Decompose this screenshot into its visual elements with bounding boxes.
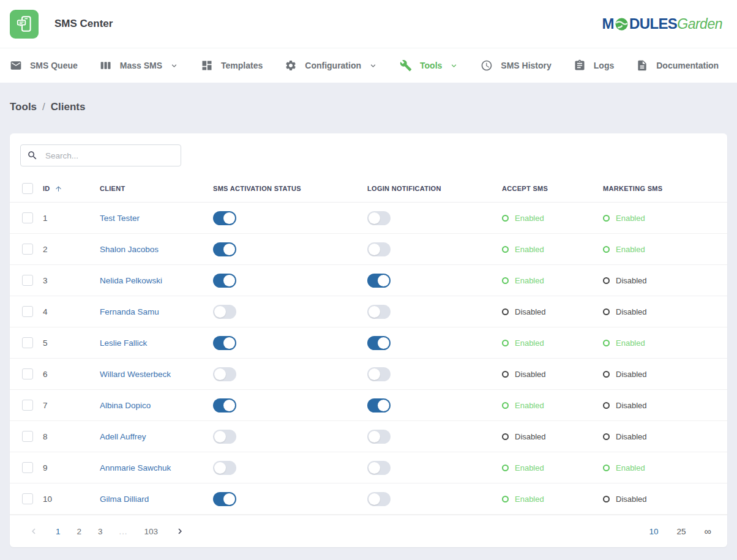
login-notification-toggle[interactable] xyxy=(367,336,391,350)
pagination-page-2[interactable]: 2 xyxy=(77,527,82,536)
status-circle-icon xyxy=(502,215,509,222)
pagination-page-3[interactable]: 3 xyxy=(98,527,103,536)
client-link[interactable]: Gilma Dilliard xyxy=(100,495,149,504)
clipboard-icon xyxy=(574,59,586,72)
pagination-page-103[interactable]: 103 xyxy=(144,527,158,536)
status-label: Enabled xyxy=(616,245,645,254)
client-link[interactable]: Leslie Fallick xyxy=(100,338,147,348)
status-circle-icon xyxy=(603,433,610,440)
column-header-sms-activation-status[interactable]: SMS ACTIVATION STATUS xyxy=(213,185,367,192)
column-header-marketing-sms[interactable]: MARKETING SMS xyxy=(603,185,727,192)
mail-icon xyxy=(10,59,22,72)
login-notification-toggle[interactable] xyxy=(367,430,391,444)
table-row: 2Shalon JacobosEnabledEnabled xyxy=(10,234,727,265)
client-link[interactable]: Annmarie Sawchuk xyxy=(100,463,171,472)
column-header-id[interactable]: ID xyxy=(43,185,100,193)
row-checkbox[interactable] xyxy=(22,306,33,317)
page-size-10[interactable]: 10 xyxy=(649,527,659,536)
row-checkbox[interactable] xyxy=(22,337,33,348)
marketing-sms-status: Enabled xyxy=(603,245,727,254)
row-checkbox[interactable] xyxy=(22,212,33,223)
client-id: 10 xyxy=(43,495,100,504)
status-circle-icon xyxy=(502,402,509,409)
pagination-prev[interactable] xyxy=(28,526,39,537)
status-label: Disabled xyxy=(515,370,546,379)
row-checkbox[interactable] xyxy=(22,462,33,473)
breadcrumb-section[interactable]: Tools xyxy=(10,101,37,113)
page-size-all[interactable]: ∞ xyxy=(705,528,711,536)
login-notification-toggle[interactable] xyxy=(367,242,391,256)
client-link[interactable]: Fernanda Samu xyxy=(100,307,159,316)
nav-item-configuration[interactable]: Configuration xyxy=(285,59,378,72)
table-row: 4Fernanda SamuDisabledDisabled xyxy=(10,296,727,327)
page-title: SMS Center xyxy=(54,18,113,30)
status-circle-icon xyxy=(603,402,610,409)
row-checkbox[interactable] xyxy=(22,493,33,504)
login-notification-toggle[interactable] xyxy=(367,211,391,225)
table-row: 6Willard WesterbeckDisabledDisabled xyxy=(10,359,727,390)
pagination-page-1[interactable]: 1 xyxy=(56,527,61,536)
sms-activation-toggle[interactable] xyxy=(213,430,236,444)
sms-activation-toggle[interactable] xyxy=(213,367,236,381)
client-link[interactable]: Nelida Pelkowski xyxy=(100,276,162,285)
row-checkbox[interactable] xyxy=(22,244,33,255)
login-notification-toggle[interactable] xyxy=(367,398,391,413)
sms-activation-toggle[interactable] xyxy=(213,242,236,256)
nav-item-mass-sms[interactable]: Mass SMS xyxy=(100,59,179,72)
row-checkbox[interactable] xyxy=(22,368,33,379)
column-header-client[interactable]: CLIENT xyxy=(100,185,213,192)
sms-activation-toggle[interactable] xyxy=(213,274,236,288)
search-input[interactable] xyxy=(44,151,174,161)
table-row: 10Gilma DilliardEnabledDisabled xyxy=(10,483,727,515)
row-checkbox[interactable] xyxy=(22,431,33,442)
login-notification-toggle[interactable] xyxy=(367,305,391,319)
nav-item-logs[interactable]: Logs xyxy=(574,59,614,72)
breadcrumb-page: Clients xyxy=(51,101,86,113)
pagination-next[interactable] xyxy=(174,526,185,537)
client-link[interactable]: Test Tester xyxy=(100,214,140,223)
status-label: Disabled xyxy=(515,432,546,441)
nav-item-sms-queue[interactable]: SMS Queue xyxy=(10,59,78,72)
sms-activation-toggle[interactable] xyxy=(213,305,236,319)
accept-sms-status: Enabled xyxy=(502,214,603,223)
login-notification-toggle[interactable] xyxy=(367,367,391,381)
nav-item-tools[interactable]: Tools xyxy=(400,59,458,72)
row-checkbox[interactable] xyxy=(22,400,33,411)
status-circle-icon xyxy=(603,308,610,315)
nav-item-documentation[interactable]: Documentation xyxy=(636,59,719,72)
row-select-cell xyxy=(22,431,43,442)
sms-activation-toggle[interactable] xyxy=(213,336,236,350)
login-notification-toggle[interactable] xyxy=(367,274,391,288)
row-select-cell xyxy=(22,493,43,504)
marketing-sms-status: Disabled xyxy=(603,495,727,504)
status-label: Enabled xyxy=(515,401,544,410)
row-select-cell xyxy=(22,368,43,379)
page-size-25[interactable]: 25 xyxy=(677,527,686,536)
client-link[interactable]: Adell Auffrey xyxy=(100,432,146,441)
brand-text-dules: DULES xyxy=(629,17,677,31)
row-select-cell xyxy=(22,244,43,255)
app-logo xyxy=(10,10,39,39)
table-header: IDCLIENTSMS ACTIVATION STATUSLOGIN NOTIF… xyxy=(10,175,727,203)
column-header-login-notification[interactable]: LOGIN NOTIFICATION xyxy=(367,185,502,192)
login-notification-toggle[interactable] xyxy=(367,492,391,506)
search-box[interactable] xyxy=(20,144,181,166)
sms-activation-toggle[interactable] xyxy=(213,398,236,413)
login-notification-toggle[interactable] xyxy=(367,461,391,475)
toggle-knob xyxy=(214,462,226,474)
nav-item-templates[interactable]: Templates xyxy=(201,59,263,72)
column-header-accept-sms[interactable]: ACCEPT SMS xyxy=(502,185,603,192)
row-checkbox[interactable] xyxy=(22,275,33,286)
sms-activation-toggle[interactable] xyxy=(213,461,236,475)
nav-item-sms-history[interactable]: SMS History xyxy=(481,59,551,72)
sms-activation-toggle[interactable] xyxy=(213,211,236,225)
marketing-sms-status: Disabled xyxy=(603,432,727,441)
client-link[interactable]: Willard Westerbeck xyxy=(100,370,171,379)
status-circle-icon xyxy=(603,465,610,471)
accept-sms-status: Disabled xyxy=(502,432,603,441)
client-link[interactable]: Albina Dopico xyxy=(100,401,151,410)
client-id: 4 xyxy=(43,307,100,316)
client-link[interactable]: Shalon Jacobos xyxy=(100,245,159,254)
select-all-checkbox[interactable] xyxy=(22,183,33,194)
sms-activation-toggle[interactable] xyxy=(213,492,236,506)
